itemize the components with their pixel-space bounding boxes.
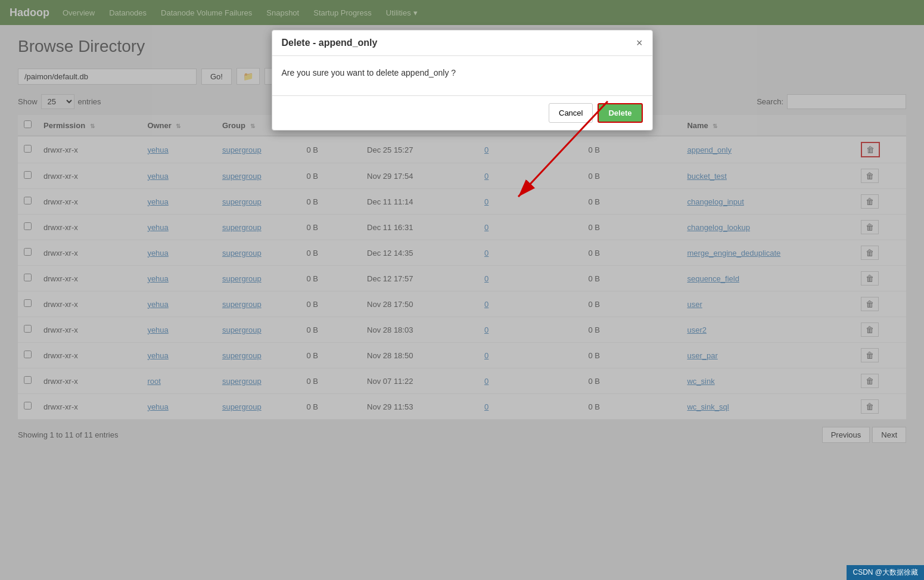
modal-header: Delete - append_only × [272,30,652,56]
delete-button[interactable]: Delete [598,103,642,123]
modal-message: Are you sure you want to delete append_o… [282,68,643,77]
delete-modal: Delete - append_only × Are you sure you … [272,30,653,131]
modal-footer: Cancel Delete [272,95,652,130]
watermark: CSDN @大数据徐藏 [847,565,924,580]
cancel-button[interactable]: Cancel [549,103,593,123]
modal-title: Delete - append_only [282,38,378,48]
modal-close-button[interactable]: × [636,38,643,48]
modal-body: Are you sure you want to delete append_o… [272,56,652,95]
